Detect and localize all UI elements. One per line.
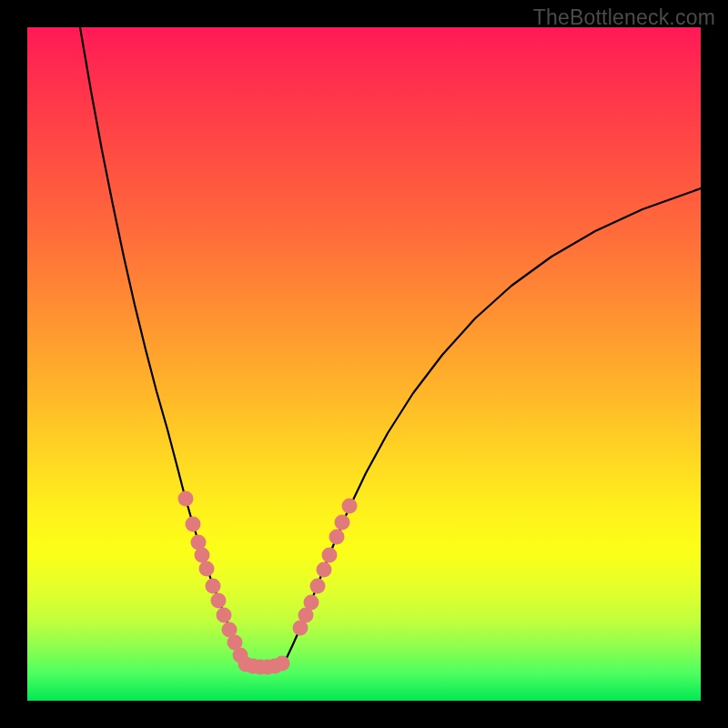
curve-svg bbox=[27, 27, 701, 701]
v-curve bbox=[80, 27, 701, 666]
data-marker bbox=[178, 491, 194, 507]
data-marker bbox=[342, 499, 358, 514]
data-marker bbox=[335, 515, 350, 531]
data-marker bbox=[206, 579, 221, 594]
data-marker bbox=[304, 595, 319, 611]
data-marker bbox=[195, 548, 210, 563]
data-marker bbox=[211, 593, 227, 609]
data-marker bbox=[199, 561, 215, 577]
data-marker bbox=[329, 530, 345, 545]
chart-frame: TheBottleneck.com bbox=[0, 0, 728, 728]
watermark-text: TheBottleneck.com bbox=[533, 5, 715, 30]
data-marker bbox=[322, 548, 338, 563]
data-marker bbox=[217, 608, 232, 623]
plot-area bbox=[27, 27, 701, 701]
data-marker bbox=[186, 517, 201, 532]
data-marker bbox=[275, 656, 290, 672]
data-marker bbox=[310, 579, 326, 594]
data-marker bbox=[317, 562, 332, 578]
